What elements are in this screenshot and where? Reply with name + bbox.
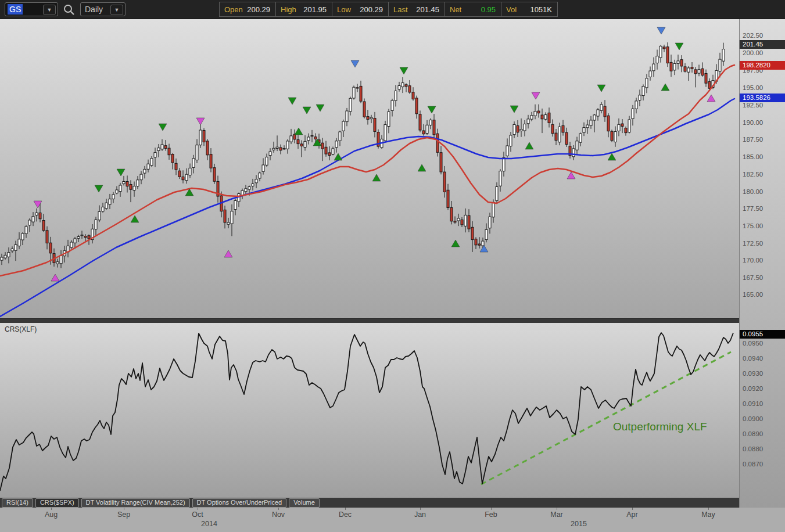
top-toolbar: GS ▼ Daily ▼ Open 200.29 High 201.95 Low… bbox=[0, 0, 785, 19]
indicator-tab-bar: RSI(14)CRS($SPX)DT Volatility Range(CIV … bbox=[0, 498, 739, 508]
last-value-badge: 193.5826 bbox=[740, 94, 785, 102]
month-tick bbox=[632, 508, 633, 510]
month-label: Sep bbox=[117, 511, 130, 519]
price-tick-label: 165.00 bbox=[743, 291, 763, 298]
price-tick-label: 170.00 bbox=[743, 257, 763, 264]
ohlc-field-low: Low 200.29 bbox=[332, 2, 389, 17]
month-label: Dec bbox=[339, 511, 352, 519]
ohlc-field-high: High 201.95 bbox=[275, 2, 332, 17]
price-tick-label: 185.00 bbox=[743, 153, 763, 160]
price-tick-label: 202.50 bbox=[743, 32, 763, 39]
crs-tick-label: 0.0870 bbox=[743, 461, 763, 468]
crs-tick-label: 0.0930 bbox=[743, 370, 763, 377]
ohlc-field-label: High bbox=[281, 5, 296, 14]
last-value-badge: 201.45 bbox=[740, 40, 785, 49]
ohlc-field-value: 200.29 bbox=[360, 5, 383, 14]
symbol-text: GS bbox=[8, 4, 23, 15]
month-tick bbox=[557, 508, 557, 510]
price-axis-column[interactable]: 202.50200.00197.50195.00192.50190.00187.… bbox=[739, 19, 785, 508]
month-tick bbox=[198, 508, 198, 510]
ohlc-field-value: 201.95 bbox=[303, 5, 327, 14]
ohlc-field-label: Last bbox=[393, 5, 408, 14]
crs-line bbox=[0, 333, 733, 491]
price-tick-label: 190.00 bbox=[743, 119, 763, 126]
crs-tick-label: 0.0910 bbox=[743, 400, 763, 407]
month-label: Feb bbox=[485, 511, 497, 519]
time-axis-strip: AugSepOctNovDecJanFebMarAprMay20142015 bbox=[0, 508, 785, 532]
ohlc-field-last: Last 201.45 bbox=[388, 2, 445, 17]
price-tick-label: 167.50 bbox=[743, 274, 763, 281]
tab-dt-options-over-underpriced[interactable]: DT Options Over/UnderPriced bbox=[192, 498, 287, 508]
price-chart-canvas[interactable] bbox=[0, 19, 739, 318]
price-tick-label: 192.50 bbox=[743, 102, 763, 109]
search-button[interactable] bbox=[63, 3, 76, 16]
crs-tick-label: 0.0890 bbox=[743, 430, 763, 437]
crs-indicator-panel[interactable]: CRS(XLF) Outperforming XLF bbox=[0, 323, 739, 498]
price-tick-label: 200.00 bbox=[743, 49, 763, 56]
ohlc-fields: Open 200.29 High 201.95 Low 200.29 Last … bbox=[220, 2, 558, 17]
search-icon bbox=[63, 3, 76, 16]
price-tick-label: 172.50 bbox=[743, 240, 763, 247]
panel-splitter[interactable] bbox=[0, 318, 739, 323]
month-label: Mar bbox=[550, 511, 563, 519]
tab-rsi-14[interactable]: RSI(14) bbox=[2, 498, 33, 508]
month-label: Apr bbox=[626, 511, 637, 519]
month-tick bbox=[420, 508, 421, 510]
symbol-input[interactable]: GS ▼ bbox=[5, 2, 58, 16]
ohlc-field-net: Net 0.95 bbox=[445, 2, 501, 17]
ohlc-field-label: Net bbox=[450, 5, 461, 14]
ohlc-field-value: 201.45 bbox=[416, 5, 439, 14]
symbol-dropdown-arrow-icon[interactable]: ▼ bbox=[43, 5, 56, 15]
tab-crs-spx[interactable]: CRS($SPX) bbox=[35, 498, 79, 508]
price-tick-label: 175.00 bbox=[743, 222, 763, 229]
month-tick bbox=[491, 508, 492, 510]
month-label: Aug bbox=[45, 511, 58, 519]
crs-value-badge: 0.0955 bbox=[740, 330, 785, 339]
month-tick bbox=[708, 508, 709, 510]
crs-tick-label: 0.0940 bbox=[743, 355, 763, 362]
month-tick bbox=[345, 508, 346, 510]
crs-tick-label: 0.0880 bbox=[743, 445, 763, 452]
crs-tick-label: 0.0950 bbox=[743, 340, 763, 347]
timeframe-select[interactable]: Daily ▼ bbox=[80, 2, 126, 16]
ohlc-field-value: 200.29 bbox=[247, 5, 270, 14]
price-tick-label: 177.50 bbox=[743, 205, 763, 212]
trendline-annotation: Outperforming XLF bbox=[613, 420, 707, 433]
price-tick-label: 180.00 bbox=[743, 188, 763, 195]
ohlc-field-label: Vol bbox=[506, 5, 517, 14]
last-value-badge: 198.2820 bbox=[740, 61, 785, 70]
price-tick-label: 182.50 bbox=[743, 171, 763, 178]
ohlc-field-label: Low bbox=[337, 5, 351, 14]
month-tick bbox=[51, 508, 52, 510]
crs-tick-label: 0.0900 bbox=[743, 415, 763, 422]
crs-chart-canvas[interactable]: Outperforming XLF bbox=[0, 323, 739, 498]
timeframe-dropdown-arrow-icon[interactable]: ▼ bbox=[110, 5, 123, 15]
month-label: Nov bbox=[272, 511, 285, 519]
timeframe-label: Daily bbox=[85, 5, 103, 14]
crs-tick-label: 0.0920 bbox=[743, 385, 763, 392]
month-label: May bbox=[701, 511, 715, 519]
price-chart-panel[interactable] bbox=[0, 19, 739, 318]
tab-volume[interactable]: Volume bbox=[289, 498, 320, 508]
ohlc-field-open: Open 200.29 bbox=[219, 2, 276, 17]
ohlc-field-label: Open bbox=[224, 5, 243, 14]
year-label: 2014 bbox=[201, 520, 217, 528]
month-label: Jan bbox=[414, 511, 426, 519]
month-label: Oct bbox=[192, 511, 203, 519]
chart-application-window: GS ▼ Daily ▼ Open 200.29 High 201.95 Low… bbox=[0, 0, 785, 532]
ohlc-field-value: 1051K bbox=[530, 5, 552, 14]
tab-dt-volatility-range-civ-mean-252[interactable]: DT Volatility Range(CIV Mean,252) bbox=[81, 498, 190, 508]
ohlc-field-vol: Vol 1051K bbox=[501, 2, 558, 17]
ohlc-field-value: 0.95 bbox=[481, 5, 496, 14]
year-label: 2015 bbox=[571, 520, 587, 528]
price-tick-label: 187.50 bbox=[743, 136, 763, 143]
month-tick bbox=[124, 508, 124, 510]
month-tick bbox=[278, 508, 279, 510]
price-tick-label: 195.00 bbox=[743, 84, 763, 91]
